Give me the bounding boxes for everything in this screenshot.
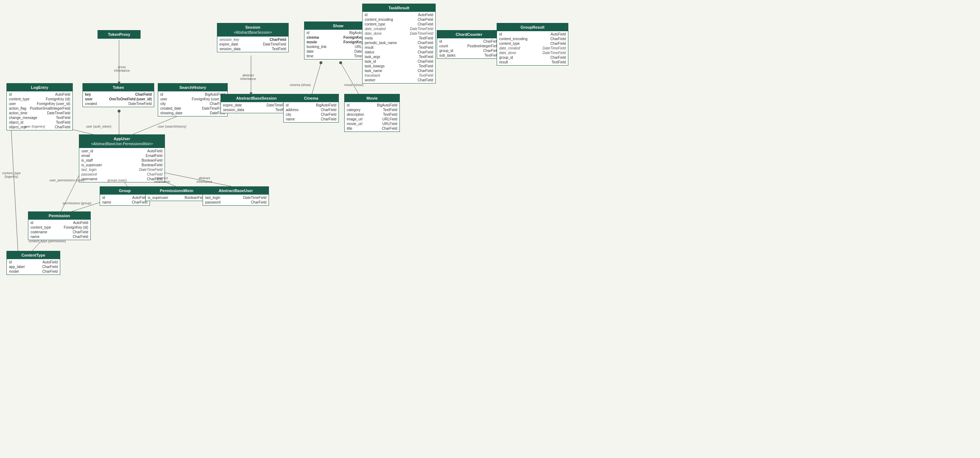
table-row: last_loginDateTimeField [79,167,165,172]
entity-abstractbasesession-header: AbstractBaseSession [221,94,292,102]
table-row: content_encodingCharField [497,36,568,41]
entity-abstractbasesession: AbstractBaseSession expire_dateDateTimeF… [221,94,292,113]
entity-session-body: session_keyCharField expire_dateDateTime… [217,36,288,52]
entity-groupresult: GroupResult idAutoField content_encoding… [496,23,568,66]
entity-contenttype: ContentType idAutoField app_labelCharFie… [6,251,60,275]
label-user-auth-token: user (auth_token) [86,125,111,128]
entity-permission-body: idAutoField content_typeForeignKey (id) … [28,220,91,240]
entity-abstractbasesession-body: expire_dateDateTimeField session_dataTex… [221,102,292,113]
label-user-permissions: user_permissions (user) [49,179,84,182]
entity-movie-body: idBigAutoField categoryTextField descrip… [345,102,399,132]
table-row: expire_dateDateTimeField [221,103,292,108]
table-row: movieForeignKey (id) [304,40,372,44]
entity-taskresult: TaskResult idAutoField content_encodingC… [362,3,436,84]
table-row: action_flagPositiveSmallIntegerField [7,106,72,111]
table-row: passwordCharField [79,172,165,177]
entity-abstractbaseuser-body: last_loginDateTimeField passwordCharFiel… [203,195,269,205]
table-row: resultTextField [497,60,568,65]
svg-point-22 [320,61,322,64]
entity-show-header: Show [304,22,372,30]
table-row: nameCharField [100,200,150,204]
entity-appuser: AppUser<AbstractBaseUser.PermissionsMixi… [79,135,165,182]
table-row: session_keyCharField [217,37,288,42]
table-row: object_idTextField [7,120,72,125]
entity-permission: Permission idAutoField content_typeForei… [28,211,91,240]
table-row: date_doneDateTimeField [363,31,435,36]
table-row: expire_dateDateTimeField [217,42,288,47]
table-row: date_createdDateTimeField [363,27,435,31]
table-row: session_dataTextField [217,47,288,51]
table-row: image_urlURLField [345,117,399,122]
entity-cinema-body: idBigAutoField addressCharField cityChar… [284,102,339,122]
entity-chordcounter-header: ChordCounter [437,30,501,38]
table-row: booking_linkURLField [304,44,372,49]
svg-line-13 [11,122,18,251]
entity-appuser-body: user_idAutoField emailEmailField is_staf… [79,148,165,182]
table-row: user_idAutoField [79,149,165,154]
connectors-svg [0,0,980,458]
entity-group-body: idAutoField nameCharField [100,195,150,205]
table-row: idBigAutoField [345,103,399,108]
table-row: createdDateTimeField [83,101,154,106]
table-row: passwordCharField [203,200,269,204]
entity-permissionsmixin-body: is_superuserBooleanField [146,195,208,201]
entity-logentry-header: LogEntry [7,84,72,91]
table-row: idAutoField [100,195,150,200]
entity-contenttype-body: idAutoField app_labelCharField modelChar… [7,259,60,274]
table-row: cinemaForeignKey (id) [304,35,372,40]
table-row: emailEmailField [79,154,165,158]
label-abstract-baseuser: abstractinheritance [197,176,212,184]
table-row: group_idCharField [437,48,501,53]
table-row: descriptionTextField [345,112,399,117]
table-row: group_idCharField [497,55,568,60]
entity-movie: Movie idBigAutoField categoryTextField d… [344,94,400,132]
svg-point-23 [339,61,342,64]
table-row: is_superuserBooleanField [79,163,165,167]
table-row: idBigAutoField [304,30,372,35]
table-row: nameCharField [28,235,91,239]
table-row: action_timeDateTimeField [7,111,72,116]
svg-line-14 [312,63,321,94]
table-row: tracebackTextField [363,73,435,78]
table-row: app_labelCharField [7,265,60,269]
entity-token-body: keyCharField userOneToOneField (user_id)… [83,91,154,107]
table-row: task_argsTextField [363,54,435,59]
svg-line-15 [340,63,359,94]
entity-logentry: LogEntry idAutoField content_typeForeign… [6,83,73,130]
table-row: nameCharField [284,117,339,122]
table-row: categoryTextField [345,108,399,112]
table-row: resultTextField [363,45,435,50]
table-row: last_loginDateTimeField [203,195,269,200]
entity-contenttype-header: ContentType [7,251,60,259]
table-row: change_messageTextField [7,116,72,120]
label-content-type-permission: content_type (permission) [29,239,66,243]
entity-abstractbaseuser: AbstractBaseUser last_loginDateTimeField… [203,186,269,206]
table-row: addressCharField [284,108,339,112]
table-row: idAutoField [363,13,435,17]
entity-searchhistory: SearchHistory idBigAutoField userForeign… [158,83,228,116]
table-row: sub_tasksTextField [437,53,501,58]
entity-abstractbaseuser-header: AbstractBaseUser [203,187,269,195]
table-row: idAutoField [28,220,91,225]
table-row: timeTimeField [304,54,372,59]
table-row: is_superuserBooleanField [146,195,208,200]
entity-token: Token keyCharField userOneToOneField (us… [83,83,154,107]
entity-taskresult-header: TaskResult [363,4,435,12]
label-permissions-group: permissions (group) [63,201,91,205]
table-row: idAutoField [7,260,60,265]
label-content-type-logentry: content_type(logentry) [2,171,21,179]
entity-token-header: Token [83,84,154,91]
label-movie-show: movie (show) [344,83,364,87]
entity-session: Session<AbstractBaseSession> session_key… [217,23,289,52]
entity-tokenproxy: TokenProxy [97,30,140,39]
entity-cinema: Cinema idBigAutoField addressCharField c… [283,94,339,122]
table-row: task_kwargsTextField [363,64,435,68]
table-row: userForeignKey (user_id) [158,97,228,101]
entity-group: Group idAutoField nameCharField [100,186,150,206]
label-abstract-inheritance-session: abstractinheritance [240,73,256,81]
entity-group-header: Group [100,187,150,195]
table-row: metaTextField [363,36,435,41]
entity-groupresult-header: GroupResult [497,23,568,31]
table-row: idBigAutoField [158,92,228,97]
label-user-searchhistory: user (searchhistory) [158,125,186,128]
